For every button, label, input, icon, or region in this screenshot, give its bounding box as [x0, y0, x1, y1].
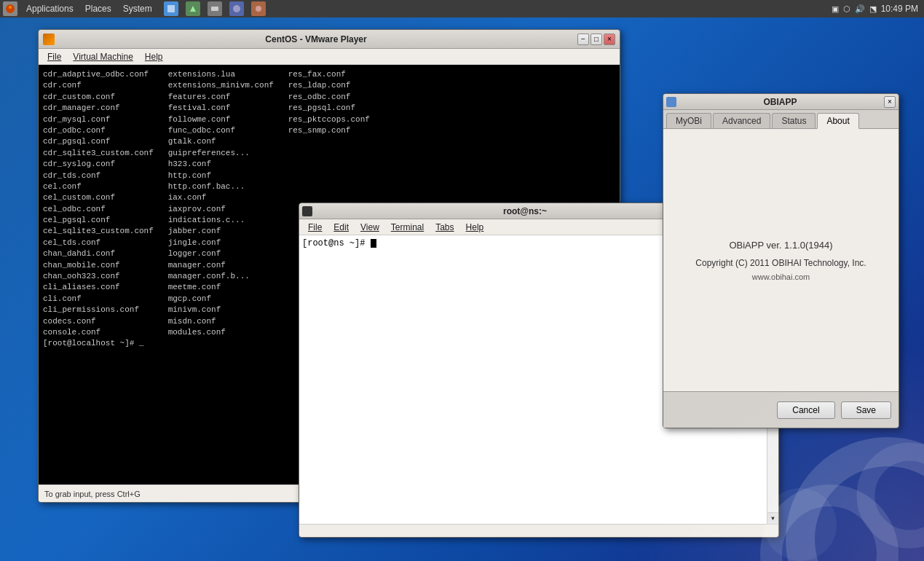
terminal-prompt: [root@ns ~]#: [302, 238, 365, 248]
obiapp-app-icon: [666, 97, 676, 107]
top-panel: Applications Places System: [0, 0, 924, 17]
terminal-menu-tabs[interactable]: Tabs: [430, 221, 459, 234]
taskbar-icon-5[interactable]: [251, 1, 266, 16]
obiapp-tab-status[interactable]: Status: [772, 113, 816, 128]
bluetooth-icon: ⬡: [843, 4, 850, 14]
desktop: Applications Places System: [0, 0, 924, 561]
obiapp-titlebar: OBIAPP ×: [663, 94, 899, 110]
svg-rect-2: [167, 5, 175, 12]
terminal-menu-view[interactable]: View: [355, 221, 385, 234]
obiapp-website: www.obihai.com: [752, 272, 810, 281]
obiapp-tab-about[interactable]: About: [817, 113, 858, 129]
svg-point-1: [9, 6, 12, 9]
svg-point-4: [233, 5, 240, 12]
obiapp-footer: Cancel Save: [663, 391, 899, 428]
vmware-menu-file[interactable]: File: [42, 50, 67, 63]
obiapp-tabs: MyOBi Advanced Status About: [663, 110, 899, 129]
panel-left: Applications Places System: [0, 0, 269, 17]
vmware-controls: − □ ×: [577, 34, 615, 45]
taskbar-icon-2[interactable]: [186, 1, 200, 16]
svg-point-5: [256, 6, 261, 12]
obiapp-copyright: Copyright (C) 2011 OBIHAI Technology, In…: [695, 258, 866, 268]
obiapp-window: OBIAPP × MyOBi Advanced Status About OBi…: [663, 93, 899, 428]
terminal-menu-file[interactable]: File: [302, 221, 328, 234]
places-menu[interactable]: Places: [79, 0, 117, 17]
taskbar-icon-3[interactable]: [208, 1, 222, 16]
vmware-restore-btn[interactable]: □: [591, 34, 602, 45]
vmware-status-text: To grab input, press Ctrl+G: [44, 490, 141, 498]
obiapp-save-btn[interactable]: Save: [841, 401, 891, 419]
obiapp-version: OBiAPP ver. 1.1.0(1944): [729, 240, 832, 251]
obiapp-about-content: OBiAPP ver. 1.1.0(1944) Copyright (C) 20…: [663, 129, 899, 391]
svg-point-8: [866, 452, 924, 539]
taskbar-icon-1[interactable]: [164, 1, 178, 16]
terminal-menu-terminal[interactable]: Terminal: [385, 221, 430, 234]
vmware-title: CentOS - VMware Player: [55, 34, 577, 44]
terminal-menu-edit[interactable]: Edit: [328, 221, 355, 234]
terminal-statusbar: [299, 524, 778, 537]
vmware-menubar: File Virtual Machine Help: [39, 49, 620, 65]
terminal-cursor: [371, 239, 376, 248]
svg-rect-3: [211, 7, 218, 11]
battery-icon: ⬔: [869, 4, 877, 14]
applications-menu[interactable]: Applications: [20, 0, 79, 17]
obiapp-title: OBIAPP: [676, 97, 884, 107]
vmware-app-icon: [43, 34, 55, 45]
obiapp-cancel-btn[interactable]: Cancel: [777, 401, 834, 419]
scrollbar-down-btn[interactable]: ▼: [767, 512, 778, 524]
vmware-titlebar: CentOS - VMware Player − □ ×: [39, 30, 620, 49]
panel-right: ▣ ⬡ 🔊 ⬔ 10:49 PM: [832, 4, 924, 14]
vmware-minimize-btn[interactable]: −: [577, 34, 589, 45]
taskbar-icon-4[interactable]: [229, 1, 244, 16]
terminal-menu-help[interactable]: Help: [460, 221, 490, 234]
vmware-menu-help[interactable]: Help: [139, 50, 169, 63]
vmware-close-btn[interactable]: ×: [604, 34, 615, 45]
obiapp-tab-myobi[interactable]: MyOBi: [666, 113, 711, 128]
obiapp-controls: ×: [884, 96, 896, 108]
svg-point-7: [771, 495, 888, 561]
obiapp-tab-advanced[interactable]: Advanced: [713, 113, 770, 128]
system-menu[interactable]: System: [117, 0, 158, 17]
gnome-icon: [3, 1, 17, 16]
volume-icon: 🔊: [855, 4, 865, 14]
vmware-menu-vm[interactable]: Virtual Machine: [67, 50, 139, 63]
terminal-app-icon: [302, 206, 312, 216]
network-icon: ▣: [832, 4, 839, 14]
clock: 10:49 PM: [881, 4, 918, 14]
obiapp-close-btn[interactable]: ×: [884, 96, 896, 108]
svg-point-6: [800, 452, 924, 561]
